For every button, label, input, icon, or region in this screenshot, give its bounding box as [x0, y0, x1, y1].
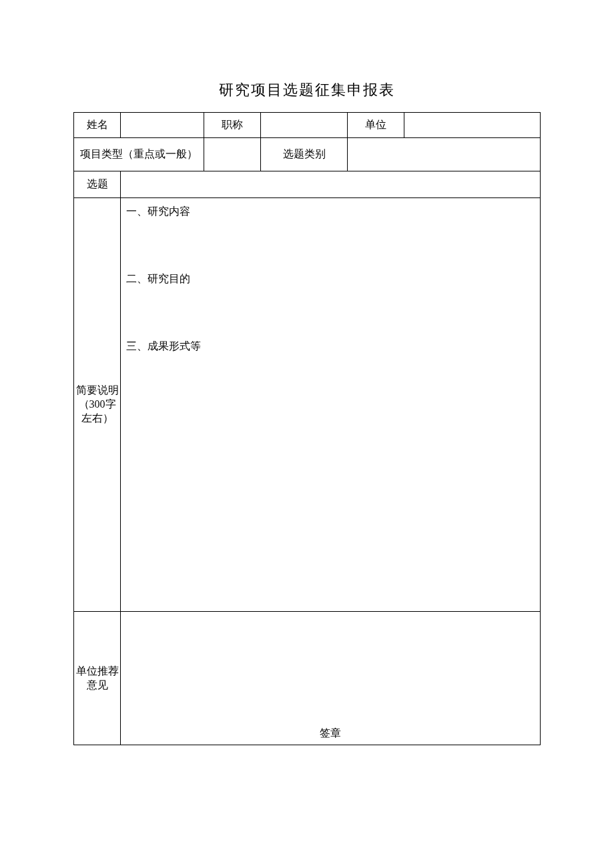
topic-label: 选题 [74, 171, 121, 198]
topic-category-label: 选题类别 [261, 138, 348, 171]
project-type-value[interactable] [204, 138, 261, 171]
description-content[interactable]: 一、研究内容 二、研究目的 三、成果形式等 [121, 198, 541, 612]
topic-value[interactable] [121, 171, 541, 198]
row-opinion: 单位推荐意见 签章 [74, 612, 541, 745]
row-topic: 选题 [74, 171, 541, 198]
opinion-content[interactable]: 签章 [121, 612, 541, 745]
project-type-label: 项目类型（重点或一般） [74, 138, 204, 171]
name-label: 姓名 [74, 113, 121, 138]
topic-category-value[interactable] [348, 138, 541, 171]
unit-value[interactable] [404, 113, 541, 138]
row-project-type: 项目类型（重点或一般） 选题类别 [74, 138, 541, 171]
opinion-label: 单位推荐意见 [74, 612, 121, 745]
application-table: 姓名 职称 单位 项目类型（重点或一般） 选题类别 选题 简要说明（300字左右… [73, 112, 541, 745]
name-value[interactable] [121, 113, 204, 138]
description-label: 简要说明（300字左右） [74, 198, 121, 612]
jobtitle-value[interactable] [261, 113, 348, 138]
section-research-content: 一、研究内容 [126, 205, 535, 219]
row-description: 简要说明（300字左右） 一、研究内容 二、研究目的 三、成果形式等 [74, 198, 541, 612]
unit-label: 单位 [348, 113, 404, 138]
jobtitle-label: 职称 [204, 113, 261, 138]
section-result-form: 三、成果形式等 [126, 340, 535, 354]
form-title: 研究项目选题征集申报表 [73, 80, 541, 100]
signature-label: 签章 [320, 727, 341, 741]
section-research-purpose: 二、研究目的 [126, 272, 535, 286]
row-basic-info: 姓名 职称 单位 [74, 113, 541, 138]
